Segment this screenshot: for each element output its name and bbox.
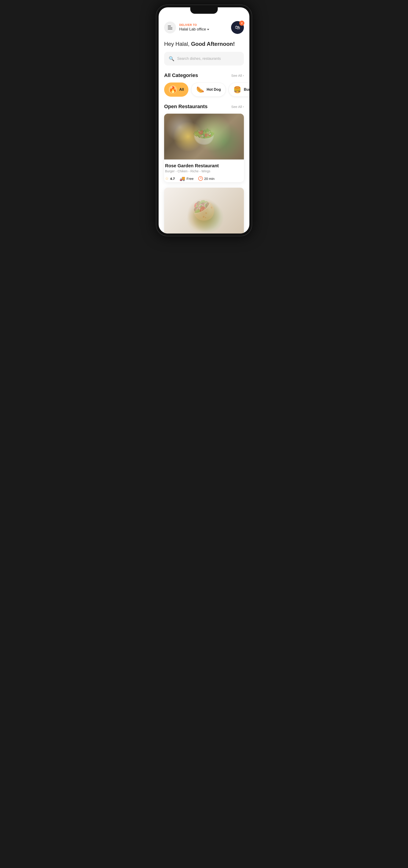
time-label: 20 min bbox=[204, 177, 214, 181]
menu-line-2 bbox=[168, 27, 172, 28]
see-all-chevron-icon: › bbox=[243, 73, 244, 77]
hotdog-icon: 🌭 bbox=[196, 86, 204, 94]
categories-scroll: 🔥 All 🌭 Hot Dog 🍔 Burger bbox=[158, 83, 250, 103]
food-emoji-2: 🥙 bbox=[164, 188, 244, 234]
phone-notch bbox=[190, 7, 218, 14]
deliver-label: DELIVER TO bbox=[179, 23, 231, 27]
phone-screen: DELIVER TO Halal Lab office 2 🛍 Hey Hala… bbox=[158, 7, 250, 234]
restaurant-image-1: 🥗 bbox=[164, 114, 244, 159]
deliver-location[interactable]: Halal Lab office bbox=[179, 27, 231, 32]
restaurant-name-1: Rose Garden Restaurant bbox=[165, 163, 243, 168]
categories-see-all[interactable]: See All › bbox=[231, 73, 244, 78]
category-burger[interactable]: 🍔 Burger bbox=[229, 83, 250, 97]
phone-frame: DELIVER TO Halal Lab office 2 🛍 Hey Hala… bbox=[156, 5, 252, 236]
screen-content: DELIVER TO Halal Lab office 2 🛍 Hey Hala… bbox=[158, 7, 250, 234]
cart-button[interactable]: 2 🛍 bbox=[231, 21, 244, 34]
cart-badge: 2 bbox=[239, 21, 244, 26]
cart-icon: 🛍 bbox=[235, 25, 240, 30]
greeting-section: Hey Halal, Good Afternoon! bbox=[158, 38, 250, 52]
category-all-label: All bbox=[179, 88, 184, 92]
restaurants-header: Open Restaurants See All › bbox=[158, 103, 250, 114]
clock-icon bbox=[198, 176, 203, 181]
search-box[interactable]: 🔍 Search dishes, restaurants bbox=[164, 52, 244, 65]
search-wrapper: 🔍 Search dishes, restaurants bbox=[158, 52, 250, 72]
fire-icon: 🔥 bbox=[169, 86, 177, 94]
search-icon: 🔍 bbox=[169, 56, 174, 61]
restaurant-tags-1: Burger - Chiken - Riche - Wings bbox=[165, 169, 243, 173]
greeting-prefix: Hey Halal, bbox=[164, 41, 191, 47]
rating-item: ☆ 4.7 bbox=[165, 176, 175, 181]
restaurants-see-all[interactable]: See All › bbox=[231, 105, 244, 108]
restaurant-card-rose-garden[interactable]: 🥗 Rose Garden Restaurant Burger - Chiken… bbox=[164, 114, 244, 182]
see-all-chevron-2-icon: › bbox=[243, 105, 244, 108]
burger-icon: 🍔 bbox=[233, 86, 241, 94]
category-hotdog-label: Hot Dog bbox=[206, 88, 221, 92]
chevron-down-icon bbox=[207, 29, 209, 30]
menu-line-3 bbox=[168, 29, 172, 29]
location-text: Halal Lab office bbox=[179, 27, 206, 32]
time-item: 20 min bbox=[198, 176, 214, 181]
restaurant-card-partial[interactable]: 🥙 bbox=[164, 188, 244, 234]
star-icon: ☆ bbox=[165, 176, 169, 181]
restaurant-info-1: Rose Garden Restaurant Burger - Chiken -… bbox=[164, 159, 244, 182]
categories-title: All Categories bbox=[164, 72, 198, 79]
greeting-emphasis: Good Afternoon! bbox=[191, 41, 235, 47]
menu-button[interactable] bbox=[164, 22, 176, 33]
hamburger-icon bbox=[168, 26, 172, 29]
greeting-text: Hey Halal, Good Afternoon! bbox=[164, 41, 244, 47]
categories-header: All Categories See All › bbox=[158, 72, 250, 83]
category-all[interactable]: 🔥 All bbox=[164, 83, 188, 97]
menu-line-1 bbox=[168, 26, 171, 26]
restaurant-meta-1: ☆ 4.7 🚚 Free 20 min bbox=[165, 176, 243, 181]
delivery-item: 🚚 Free bbox=[179, 176, 194, 181]
deliver-section: DELIVER TO Halal Lab office bbox=[179, 23, 231, 32]
delivery-label: Free bbox=[186, 177, 194, 181]
category-burger-label: Burger bbox=[244, 88, 250, 92]
restaurant-image-2: 🥙 bbox=[164, 188, 244, 234]
food-emoji-1: 🥗 bbox=[164, 114, 244, 159]
category-hotdog[interactable]: 🌭 Hot Dog bbox=[191, 83, 226, 97]
search-placeholder: Search dishes, restaurants bbox=[177, 57, 221, 61]
rating-value: 4.7 bbox=[170, 177, 175, 181]
delivery-truck-icon: 🚚 bbox=[179, 176, 185, 181]
restaurants-title: Open Restaurants bbox=[164, 103, 208, 110]
